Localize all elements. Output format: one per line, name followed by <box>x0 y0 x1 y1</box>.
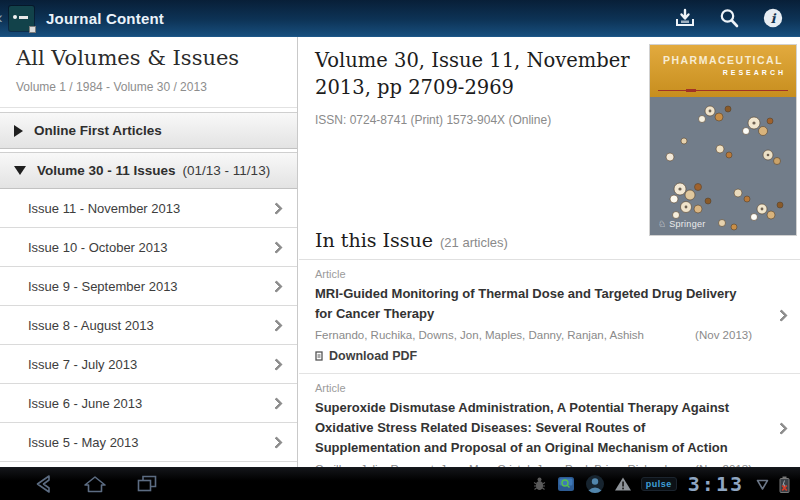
nav-buttons <box>0 471 162 497</box>
app-logo-square <box>29 26 36 33</box>
group-label: Online First Articles <box>34 123 162 138</box>
issue-label: Issue 11 - November 2013 <box>28 201 180 216</box>
article-kind-label: Article <box>315 268 752 281</box>
cover-header: PHARMACEUTICAL RESEARCH <box>650 45 796 97</box>
issue-label: Issue 10 - October 2013 <box>28 240 167 255</box>
group-detail: (01/13 - 11/13) <box>183 163 271 178</box>
sidebar-title: All Volumes & Issues <box>16 45 281 72</box>
sidebar-subtitle: Volume 1 / 1984 - Volume 30 / 2013 <box>16 80 281 95</box>
app-window: ‹ Journal Content <box>0 0 800 500</box>
issue-row-9[interactable]: Issue 9 - September 2013 <box>0 267 297 306</box>
issue-row-8[interactable]: Issue 8 - August 2013 <box>0 306 297 345</box>
chevron-right-icon <box>270 280 283 293</box>
chevron-right-icon <box>775 422 788 435</box>
pdf-file-icon <box>315 351 324 362</box>
signal-icon <box>755 477 770 492</box>
issue-row-7[interactable]: Issue 7 - July 2013 <box>0 345 297 384</box>
issue-title: Volume 30, Issue 11, November 2013, pp 2… <box>315 47 663 101</box>
sidebar-header: All Volumes & Issues Volume 1 / 1984 - V… <box>0 37 297 108</box>
group-volume-30[interactable]: Volume 30 - 11 Issues (01/13 - 11/13) <box>0 152 297 189</box>
android-system-bar: pulse 3:13 <box>0 467 800 500</box>
volumes-sidebar: All Volumes & Issues Volume 1 / 1984 - V… <box>0 37 298 467</box>
issue-label: Issue 7 - July 2013 <box>28 357 137 372</box>
in-this-issue-header: In this Issue (21 articles) <box>315 229 508 251</box>
issue-list: Issue 11 - November 2013 Issue 10 - Octo… <box>0 189 297 462</box>
issue-row-6[interactable]: Issue 6 - June 2013 <box>0 384 297 423</box>
info-icon[interactable]: i <box>758 4 788 32</box>
group-online-first[interactable]: Online First Articles <box>0 112 297 149</box>
cover-rule <box>658 90 788 91</box>
page-title: Journal Content <box>46 10 164 27</box>
chevron-right-icon <box>270 202 283 215</box>
journal-cover-image: PHARMACEUTICAL RESEARCH <box>650 45 796 235</box>
status-tray[interactable]: pulse 3:13 <box>532 472 800 496</box>
article-authors: Fernando, Ruchika, Downs, Jon, Maples, D… <box>315 328 644 342</box>
recents-button-icon[interactable] <box>132 471 162 497</box>
article-date: (Nov 2013) <box>695 328 752 342</box>
article-row-1[interactable]: Article MRI-Guided Monitoring of Thermal… <box>299 260 800 374</box>
cover-title: PHARMACEUTICAL <box>650 54 796 66</box>
app-logo-icon[interactable] <box>9 6 34 31</box>
issue-detail-panel: Volume 30, Issue 11, November 2013, pp 2… <box>299 37 800 467</box>
back-button-icon[interactable] <box>28 471 58 497</box>
cover-micrograph: ♘ Springer <box>650 97 796 235</box>
issn-line: ISSN: 0724-8741 (Print) 1573-904X (Onlin… <box>315 113 551 127</box>
cover-subtitle: RESEARCH <box>650 69 796 76</box>
publisher-logo: ♘ Springer <box>658 219 706 229</box>
usb-debug-icon <box>532 476 547 492</box>
media-scan-icon <box>556 475 576 493</box>
article-title: MRI-Guided Monitoring of Thermal Dose an… <box>315 284 752 324</box>
chevron-right-icon <box>270 397 283 410</box>
article-meta: Fernando, Ruchika, Downs, Jon, Maples, D… <box>315 328 752 342</box>
action-bar: ‹ Journal Content <box>0 0 800 37</box>
issue-label: Issue 9 - September 2013 <box>28 279 178 294</box>
article-count: (21 articles) <box>440 235 508 250</box>
warning-icon <box>614 476 632 492</box>
article-row-2[interactable]: Article Superoxide Dismutase Administrat… <box>299 374 800 467</box>
download-icon[interactable] <box>670 4 700 32</box>
clock[interactable]: 3:13 <box>688 472 744 496</box>
chevron-right-icon <box>270 319 283 332</box>
home-button-icon[interactable] <box>80 471 110 497</box>
chevron-right-icon <box>270 358 283 371</box>
user-status-icon <box>585 474 605 494</box>
chevron-right-icon <box>270 436 283 449</box>
article-list: Article MRI-Guided Monitoring of Thermal… <box>299 259 800 467</box>
action-bar-actions: i <box>670 4 800 32</box>
download-pdf-link[interactable]: Download PDF <box>315 349 752 363</box>
article-title: Superoxide Dismutase Administration, A P… <box>315 398 752 458</box>
chevron-expanded-icon <box>14 166 26 175</box>
app-logo-dot <box>13 15 17 19</box>
article-kind-label: Article <box>315 382 752 395</box>
issue-label: Issue 5 - May 2013 <box>28 435 139 450</box>
issue-row-10[interactable]: Issue 10 - October 2013 <box>0 228 297 267</box>
chevron-right-icon <box>775 309 788 322</box>
issue-label: Issue 8 - August 2013 <box>28 318 154 333</box>
issue-label: Issue 6 - June 2013 <box>28 396 142 411</box>
issue-row-11[interactable]: Issue 11 - November 2013 <box>0 189 297 228</box>
back-edge-icon[interactable]: ‹ <box>0 8 5 28</box>
battery-alert-icon <box>779 476 790 493</box>
search-icon[interactable] <box>714 4 744 32</box>
issue-row-5[interactable]: Issue 5 - May 2013 <box>0 423 297 462</box>
group-label: Volume 30 - 11 Issues <box>37 163 176 178</box>
chevron-collapsed-icon <box>14 125 23 137</box>
app-logo-bar <box>19 16 28 19</box>
chevron-right-icon <box>270 241 283 254</box>
download-pdf-label: Download PDF <box>329 349 417 363</box>
pulse-notification-badge: pulse <box>641 477 677 491</box>
section-title: In this Issue <box>315 229 433 251</box>
